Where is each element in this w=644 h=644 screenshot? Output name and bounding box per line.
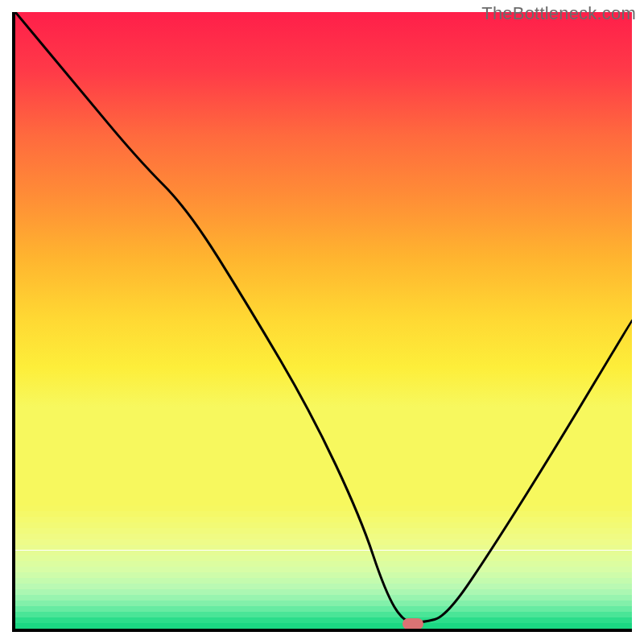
bottleneck-curve xyxy=(15,12,632,629)
optimal-point-marker xyxy=(402,618,423,630)
bottleneck-chart: TheBottleneck.com xyxy=(0,0,644,644)
curve-path xyxy=(15,12,632,622)
plot-area xyxy=(12,12,632,632)
watermark-text: TheBottleneck.com xyxy=(481,3,636,24)
